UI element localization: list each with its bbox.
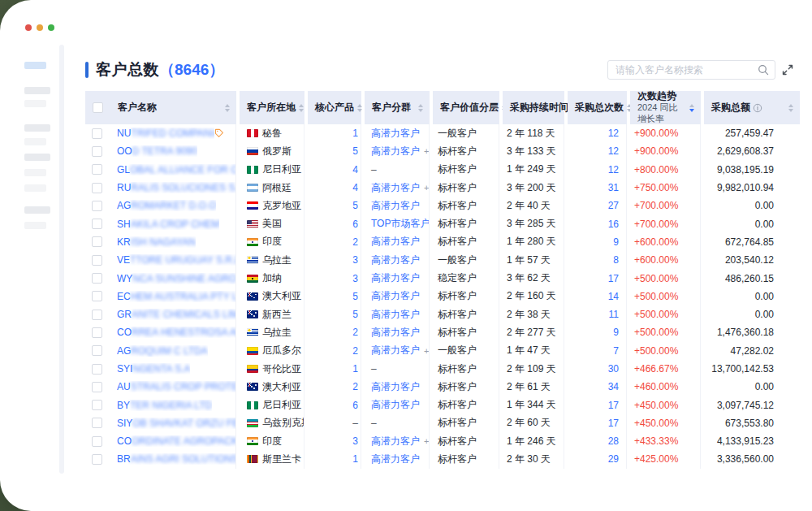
segment-link[interactable]: 高潜力客户 (371, 235, 420, 249)
customer-name-link[interactable]: RURALIS SOLUCIONES S.A (117, 182, 235, 193)
customer-name-link[interactable]: SHAKILA CROP CHEM (117, 219, 219, 230)
row-checkbox[interactable] (92, 255, 102, 266)
purchase-count-link[interactable]: 29 (608, 453, 619, 465)
row-checkbox[interactable] (92, 345, 102, 356)
segment-link[interactable]: 高潜力客户 (371, 380, 420, 394)
customer-name-link[interactable]: AUSTRALIS CROP PROTECTION P... (117, 381, 235, 392)
segment-link[interactable]: 高潜力客户 (371, 181, 420, 195)
segment-link[interactable]: 高潜力客户 (371, 145, 420, 158)
purchase-count-link[interactable]: 12 (608, 164, 619, 175)
segment-link[interactable]: 高潜力客户 (371, 127, 420, 141)
row-checkbox[interactable] (92, 454, 102, 465)
segment-link[interactable]: 高潜力客户 (371, 344, 420, 357)
customer-name-link[interactable]: VETTORE URUGUAY S.R.L (117, 254, 235, 266)
fullscreen-icon[interactable] (781, 63, 794, 76)
customer-name-link[interactable]: AGROQUIM C LTDA (117, 345, 208, 357)
purchase-count-link[interactable]: 31 (608, 182, 619, 193)
purchase-count-link[interactable]: 9 (613, 327, 619, 338)
customer-name-link[interactable]: KRISH NAGAYAN (117, 236, 196, 248)
purchase-count-link[interactable]: 27 (608, 200, 619, 211)
core-products-count[interactable]: 2 (352, 345, 358, 357)
customer-name-link[interactable]: CORREA HENESTROSA ALVARO R... (117, 327, 235, 338)
tag-icon[interactable] (214, 128, 224, 138)
row-checkbox[interactable] (92, 291, 102, 301)
customer-name-link[interactable]: NUTRIFED COMPANIA S.A.C (117, 128, 214, 139)
row-checkbox[interactable] (92, 128, 102, 139)
row-checkbox[interactable] (92, 219, 102, 229)
row-checkbox[interactable] (92, 364, 102, 375)
row-checkbox[interactable] (92, 201, 102, 211)
select-all-checkbox[interactable] (93, 102, 103, 113)
purchase-count-link[interactable]: 8 (613, 254, 619, 266)
sort-icon[interactable] (225, 104, 230, 112)
column-header-2[interactable]: 客户所在地 (240, 91, 304, 124)
purchase-count-link[interactable]: 7 (613, 345, 619, 357)
column-header-4[interactable]: 客户分群 (365, 91, 430, 124)
segment-link[interactable]: 高潜力客户 (371, 326, 420, 340)
column-header-3[interactable]: 核心产品 (308, 91, 361, 124)
sort-icon[interactable] (788, 104, 793, 112)
customer-name-link[interactable]: OOD TETRA 9090 (117, 145, 197, 157)
purchase-count-link[interactable]: 17 (608, 273, 619, 284)
row-checkbox[interactable] (92, 183, 102, 193)
customer-name-link[interactable]: BYTER NIGERIA LTD (117, 400, 212, 411)
customer-name-link[interactable]: WYNCA SUNSHINE AGRO PRODU... (117, 273, 235, 284)
row-checkbox[interactable] (92, 327, 102, 338)
row-checkbox[interactable] (92, 310, 102, 320)
column-header-6[interactable]: 采购持续时间 (503, 91, 564, 124)
purchase-count-link[interactable]: 16 (608, 219, 619, 230)
column-header-8[interactable]: 次数趋势2024 同比增长率 (630, 91, 701, 124)
core-products-count[interactable]: 6 (352, 219, 358, 230)
customer-name-link[interactable]: GRANITE CHEMICALS LIMITED (117, 309, 235, 320)
core-products-count[interactable]: 5 (352, 145, 358, 157)
row-checkbox[interactable] (92, 382, 102, 392)
segment-link[interactable]: 高潜力客户 (371, 199, 420, 213)
sort-icon[interactable] (299, 104, 304, 112)
column-header-9[interactable]: 采购总额 (704, 91, 800, 124)
segment-link[interactable]: TOP市场客户 (371, 217, 430, 231)
segment-link[interactable]: 高潜力客户 (371, 271, 420, 285)
column-header-1[interactable]: 客户名称 (85, 91, 236, 124)
sort-icon[interactable] (418, 104, 423, 112)
sidebar-active-item[interactable] (24, 62, 46, 69)
row-checkbox[interactable] (92, 436, 102, 447)
segment-link[interactable]: 高潜力客户 (371, 253, 420, 267)
core-products-count[interactable]: 6 (352, 400, 358, 411)
customer-name-link[interactable]: BRAINS AGRI SOLUTIONS PVT LTD (117, 453, 235, 465)
core-products-count[interactable]: 4 (352, 182, 358, 193)
core-products-count[interactable]: 1 (352, 363, 358, 375)
core-products-count[interactable]: 3 (352, 273, 358, 284)
core-products-count[interactable]: 2 (352, 236, 358, 248)
customer-name-link[interactable]: SIYOB SHAVKAT ORZU FERMER X... (117, 418, 235, 429)
row-checkbox[interactable] (92, 146, 102, 157)
core-products-count[interactable]: 5 (352, 200, 358, 211)
core-products-count[interactable]: 1 (352, 453, 358, 465)
search-icon[interactable] (758, 64, 769, 76)
purchase-count-link[interactable]: 34 (608, 381, 619, 392)
core-products-count[interactable]: 2 (352, 327, 358, 338)
customer-name-link[interactable]: COORDINATE AGROPACK PRIVATE ... (117, 435, 235, 447)
purchase-count-link[interactable]: 9 (613, 236, 619, 248)
core-products-count[interactable]: 5 (352, 309, 358, 320)
segment-link[interactable]: 高潜力客户 (371, 308, 420, 322)
purchase-count-link[interactable]: 30 (608, 363, 619, 375)
purchase-count-link[interactable]: 17 (608, 418, 619, 429)
column-header-7[interactable]: 采购总次数 (568, 91, 627, 124)
row-checkbox[interactable] (92, 164, 102, 175)
core-products-count[interactable]: 2 (352, 381, 358, 392)
core-products-count[interactable]: 3 (352, 254, 358, 266)
purchase-count-link[interactable]: 14 (608, 291, 619, 302)
sort-icon[interactable] (689, 104, 694, 112)
row-checkbox[interactable] (92, 418, 102, 428)
purchase-count-link[interactable]: 28 (608, 435, 619, 447)
customer-name-link[interactable]: GLOBAL ALLIANCE FOR CHEMICA... (117, 164, 235, 175)
core-products-count[interactable]: 5 (352, 291, 358, 302)
row-checkbox[interactable] (92, 236, 102, 247)
row-checkbox[interactable] (92, 273, 102, 284)
segment-link[interactable]: 高潜力客户 (371, 453, 420, 466)
core-products-count[interactable]: 3 (352, 435, 358, 447)
purchase-count-link[interactable]: 12 (608, 128, 619, 139)
row-checkbox[interactable] (92, 400, 102, 410)
info-icon[interactable] (753, 103, 762, 113)
column-header-5[interactable]: 客户价值分层 (433, 91, 499, 124)
